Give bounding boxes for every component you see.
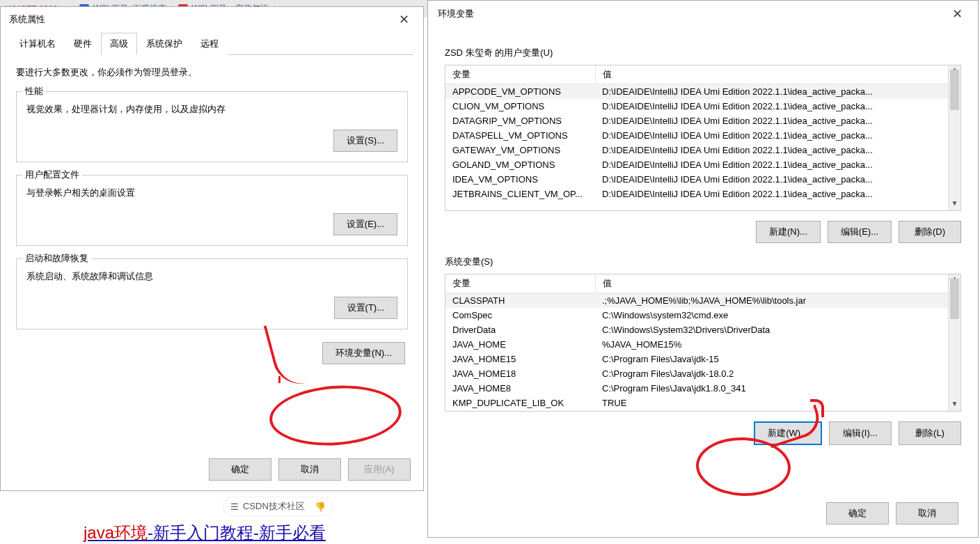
new-sys-var-button[interactable]: 新建(W)... (754, 421, 822, 445)
var-name: DATAGRIP_VM_OPTIONS (445, 114, 595, 128)
search-background: ☰ CSDN技术社区 👎 java环境-新手入门教程-新手必看 (84, 497, 418, 544)
perf-settings-button[interactable]: 设置(S)... (333, 130, 397, 152)
tab-advanced[interactable]: 高级 (101, 33, 137, 55)
scroll-down-icon[interactable]: ▼ (949, 400, 961, 411)
tabs-bar: 计算机名 硬件 高级 系统保护 远程 (10, 32, 413, 55)
tab-hardware[interactable]: 硬件 (65, 33, 101, 55)
var-name: IDEA_VM_OPTIONS (445, 172, 595, 187)
var-value: C:\Program Files\Java\jdk-15 (595, 352, 961, 366)
sys-vars-table: 变量 值 CLASSPATH.;%JAVA_HOME%\lib;%JAVA_HO… (445, 274, 961, 410)
source-label: CSDN技术社区 (243, 500, 305, 513)
source-badge[interactable]: ☰ CSDN技术社区 👎 (223, 497, 333, 516)
ok-button[interactable]: 确定 (209, 458, 271, 481)
thumb-down-icon[interactable]: 👎 (315, 502, 326, 512)
tab-computername[interactable]: 计算机名 (10, 33, 65, 55)
group-desc: 系统启动、系统故障和调试信息 (26, 270, 397, 283)
var-value: %JAVA_HOME15% (595, 337, 961, 352)
tab-content: 要进行大多数更改，你必须作为管理员登录。 性能 视觉效果，处理器计划，内存使用，… (1, 55, 423, 375)
dialog-buttons: 确定 取消 (826, 502, 958, 524)
table-row[interactable]: JAVA_HOME18C:\Program Files\Java\jdk-18.… (445, 366, 961, 381)
table-row[interactable]: IDEA_VM_OPTIONSD:\IDEAIDE\IntelliJ IDEA … (445, 172, 961, 187)
var-name: JAVA_HOME18 (445, 366, 595, 381)
csdn-icon: ☰ (230, 502, 239, 512)
close-icon[interactable]: ✕ (393, 9, 415, 30)
startup-group: 启动和故障恢复 系统启动、系统故障和调试信息 设置(T)... (16, 258, 408, 329)
group-desc: 与登录帐户相关的桌面设置 (26, 187, 397, 199)
startup-settings-button[interactable]: 设置(T)... (334, 297, 397, 319)
var-value: D:\IDEAIDE\IntelliJ IDEA Umi Edition 202… (595, 128, 961, 143)
scroll-thumb[interactable] (950, 70, 959, 110)
titlebar[interactable]: 系统属性 ✕ (1, 7, 423, 32)
tab-remote[interactable]: 远程 (191, 33, 228, 55)
table-scroll[interactable]: 变量 值 CLASSPATH.;%JAVA_HOME%\lib;%JAVA_HO… (445, 274, 961, 411)
delete-user-var-button[interactable]: 删除(D) (899, 221, 961, 243)
var-value: D:\IDEAIDE\IntelliJ IDEA Umi Edition 202… (595, 114, 961, 128)
tab-systemprotection[interactable]: 系统保护 (137, 33, 191, 55)
table-row[interactable]: DriverDataC:\Windows\System32\Drivers\Dr… (445, 322, 961, 337)
table-row[interactable]: DATASPELL_VM_OPTIONSD:\IDEAIDE\IntelliJ … (445, 128, 961, 143)
table-row[interactable]: GATEWAY_VM_OPTIONSD:\IDEAIDE\IntelliJ ID… (445, 143, 961, 157)
scroll-down-icon[interactable]: ▼ (949, 199, 961, 210)
group-label: 性能 (22, 85, 46, 98)
table-row[interactable]: JETBRAINS_CLIENT_VM_OP...D:\IDEAIDE\Inte… (445, 187, 961, 201)
table-row[interactable]: JAVA_HOME%JAVA_HOME15% (445, 337, 961, 352)
env-variables-dialog: 环境变量 ✕ ZSD 朱玺奇 的用户变量(U) 变量 值 APPCODE_VM_… (427, 0, 979, 538)
edit-user-var-button[interactable]: 编辑(E)... (828, 221, 892, 243)
var-value: D:\IDEAIDE\IntelliJ IDEA Umi Edition 202… (595, 172, 961, 187)
ok-button[interactable]: 确定 (826, 502, 889, 524)
env-variables-button[interactable]: 环境变量(N)... (322, 342, 405, 364)
system-properties-dialog: 系统属性 ✕ 计算机名 硬件 高级 系统保护 远程 要进行大多数更改，你必须作为… (0, 6, 424, 491)
dialog-title: 系统属性 (9, 13, 45, 26)
cancel-button[interactable]: 取消 (896, 502, 958, 524)
table-row[interactable]: CLION_VM_OPTIONSD:\IDEAIDE\IntelliJ IDEA… (445, 99, 961, 114)
table-row[interactable]: JAVA_HOME8C:\Program Files\Java\jdk1.8.0… (445, 381, 961, 396)
col-val[interactable]: 值 (595, 65, 961, 84)
intro-text: 要进行大多数更改，你必须作为管理员登录。 (16, 66, 408, 79)
scrollbar[interactable]: ▲ ▼ (948, 65, 961, 210)
link-rest: -新手入门教程-新手必看 (148, 523, 326, 542)
var-value: D:\IDEAIDE\IntelliJ IDEA Umi Edition 202… (595, 187, 961, 201)
var-value: TRUE (595, 396, 961, 410)
group-desc: 视觉效果，处理器计划，内存使用，以及虚拟内存 (26, 103, 397, 116)
table-row[interactable]: DATAGRIP_VM_OPTIONSD:\IDEAIDE\IntelliJ I… (445, 114, 961, 128)
table-row[interactable]: JAVA_HOME15C:\Program Files\Java\jdk-15 (445, 352, 961, 366)
new-user-var-button[interactable]: 新建(N)... (756, 221, 821, 243)
scrollbar[interactable]: ▲ ▼ (948, 274, 961, 411)
table-row[interactable]: GOLAND_VM_OPTIONSD:\IDEAIDE\IntelliJ IDE… (445, 157, 961, 172)
performance-group: 性能 视觉效果，处理器计划，内存使用，以及虚拟内存 设置(S)... (16, 91, 408, 162)
var-name: APPCODE_VM_OPTIONS (445, 84, 595, 100)
col-val[interactable]: 值 (595, 274, 961, 293)
col-var[interactable]: 变量 (445, 274, 595, 293)
var-value: C:\Program Files\Java\jdk1.8.0_341 (595, 381, 961, 396)
delete-sys-var-button[interactable]: 删除(L) (899, 421, 961, 445)
var-name: JAVA_HOME8 (445, 381, 595, 396)
var-name: GOLAND_VM_OPTIONS (445, 157, 595, 172)
var-name: DATASPELL_VM_OPTIONS (445, 128, 595, 143)
table-row[interactable]: CLASSPATH.;%JAVA_HOME%\lib;%JAVA_HOME%\l… (445, 293, 961, 309)
cancel-button[interactable]: 取消 (278, 458, 341, 481)
table-row[interactable]: ComSpecC:\Windows\system32\cmd.exe (445, 308, 961, 322)
scroll-thumb[interactable] (950, 279, 959, 319)
sys-vars-label: 系统变量(S) (445, 256, 961, 268)
close-icon[interactable]: ✕ (947, 3, 968, 24)
var-value: D:\IDEAIDE\IntelliJ IDEA Umi Edition 202… (595, 84, 961, 100)
user-section-buttons: 新建(N)... 编辑(E)... 删除(D) (445, 221, 961, 243)
edit-sys-var-button[interactable]: 编辑(I)... (829, 421, 892, 445)
col-var[interactable]: 变量 (445, 65, 595, 84)
table-row[interactable]: APPCODE_VM_OPTIONSD:\IDEAIDE\IntelliJ ID… (445, 84, 961, 100)
dialog-buttons: 确定 取消 应用(A) (209, 458, 411, 481)
user-vars-table-wrap: 变量 值 APPCODE_VM_OPTIONSD:\IDEAIDE\Intell… (445, 65, 961, 211)
dialog-title: 环境变量 (438, 8, 474, 20)
userprofile-group: 用户配置文件 与登录帐户相关的桌面设置 设置(E)... (16, 175, 408, 246)
search-result-link[interactable]: java环境-新手入门教程-新手必看 (84, 522, 418, 544)
sys-vars-table-wrap: 变量 值 CLASSPATH.;%JAVA_HOME%\lib;%JAVA_HO… (445, 274, 961, 412)
var-name: CLION_VM_OPTIONS (445, 99, 595, 114)
apply-button[interactable]: 应用(A) (348, 458, 411, 481)
var-value: .;%JAVA_HOME%\lib;%JAVA_HOME%\lib\tools.… (595, 293, 961, 309)
profile-settings-button[interactable]: 设置(E)... (333, 213, 397, 235)
table-scroll[interactable]: 变量 值 APPCODE_VM_OPTIONSD:\IDEAIDE\Intell… (445, 65, 961, 210)
table-row[interactable]: KMP_DUPLICATE_LIB_OKTRUE (445, 396, 961, 410)
user-vars-table: 变量 值 APPCODE_VM_OPTIONSD:\IDEAIDE\Intell… (445, 65, 961, 201)
var-name: JAVA_HOME15 (445, 352, 595, 366)
titlebar[interactable]: 环境变量 ✕ (428, 1, 978, 27)
